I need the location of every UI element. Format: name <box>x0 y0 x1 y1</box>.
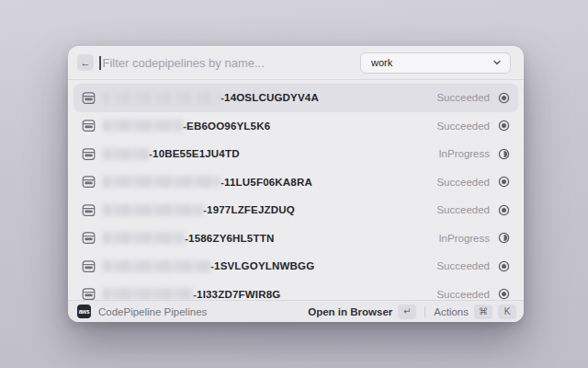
redacted-pipeline-name <box>103 120 183 132</box>
status-label: Succeeded <box>436 177 490 188</box>
redacted-pipeline-name <box>103 204 203 216</box>
succeeded-status-icon <box>498 92 510 104</box>
pipeline-name-suffix: -14OSLCUGDYV4A <box>220 92 319 103</box>
status-label: Succeeded <box>436 204 490 215</box>
status-label: Succeeded <box>436 260 490 271</box>
search-header: ← Filter codepipelines by name... work <box>68 46 524 80</box>
succeeded-status-icon <box>498 260 510 272</box>
redacted-pipeline-name <box>103 288 193 300</box>
text-caret <box>99 56 101 70</box>
open-in-browser-action[interactable]: Open in Browser <box>308 306 392 317</box>
pipeline-icon <box>82 119 96 132</box>
pipeline-icon <box>82 91 96 105</box>
k-key-icon[interactable]: K <box>498 305 516 319</box>
redacted-pipeline-name <box>103 176 220 188</box>
redacted-pipeline-name <box>103 260 210 272</box>
status-label: Succeeded <box>436 121 490 132</box>
redacted-pipeline-name <box>103 92 220 104</box>
pipeline-name-suffix: -1I33ZD7FWIR8G <box>193 289 280 300</box>
pipeline-icon <box>82 147 96 161</box>
pipeline-icon <box>82 287 96 300</box>
back-button[interactable]: ← <box>77 54 94 71</box>
status-label: Succeeded <box>436 92 490 103</box>
pipeline-row[interactable]: -14OSLCUGDYV4A Succeeded <box>74 84 518 112</box>
back-arrow-icon: ← <box>81 54 91 71</box>
footer-divider <box>424 306 425 317</box>
redacted-pipeline-name <box>103 148 149 160</box>
pipeline-row[interactable]: -10BE55E1JU4TD InProgress <box>74 140 518 168</box>
pipeline-row[interactable]: -EB6OO96YL5K6 Succeeded <box>74 112 518 141</box>
pipeline-name-suffix: -1977LZFEJZDUQ <box>203 204 295 215</box>
actions-menu-button[interactable]: Actions <box>434 306 469 317</box>
pipeline-list: -14OSLCUGDYV4A Succeeded -EB6OO96YL5K6 S… <box>68 80 524 300</box>
pipeline-name-suffix: -11LU5F06KA8RA <box>220 177 312 188</box>
pipeline-icon <box>82 259 96 273</box>
pipeline-icon <box>82 175 96 189</box>
pipeline-name-suffix: -1586ZY6HL5TTN <box>185 233 274 244</box>
dropdown-selected-value: work <box>371 57 492 68</box>
pipeline-icon <box>82 231 96 245</box>
pipeline-icon <box>82 203 96 217</box>
redacted-pipeline-name <box>103 232 185 244</box>
enter-key-icon[interactable]: ↵ <box>398 305 416 319</box>
profile-dropdown[interactable]: work <box>360 52 511 74</box>
aws-logo-icon: aws <box>77 305 91 318</box>
search-input[interactable]: Filter codepipelines by name... <box>103 56 361 70</box>
inprogress-status-icon <box>498 148 510 160</box>
status-label: InProgress <box>438 148 490 159</box>
succeeded-status-icon <box>498 288 510 300</box>
succeeded-status-icon <box>498 120 510 132</box>
pipeline-name-suffix: -EB6OO96YL5K6 <box>183 121 270 132</box>
command-palette-window: ← Filter codepipelines by name... work -… <box>68 46 524 322</box>
pipeline-row[interactable]: -1977LZFEJZDUQ Succeeded <box>74 196 518 224</box>
pipeline-row[interactable]: -1I33ZD7FWIR8G Succeeded <box>74 281 518 301</box>
succeeded-status-icon <box>498 176 510 188</box>
extension-name: CodePipeline Pipelines <box>98 306 308 317</box>
status-label: Succeeded <box>436 289 490 300</box>
status-label: InProgress <box>438 233 490 244</box>
pipeline-row[interactable]: -11LU5F06KA8RA Succeeded <box>74 168 518 197</box>
chevron-down-icon <box>492 58 502 67</box>
inprogress-status-icon <box>498 232 510 244</box>
pipeline-name-suffix: -1SVLGOYLNWBGG <box>210 260 314 271</box>
pipeline-name-suffix: -10BE55E1JU4TD <box>149 148 240 159</box>
succeeded-status-icon <box>498 204 510 216</box>
pipeline-row[interactable]: -1SVLGOYLNWBGG Succeeded <box>74 252 518 281</box>
pipeline-row[interactable]: -1586ZY6HL5TTN InProgress <box>74 224 518 253</box>
footer-bar: aws CodePipeline Pipelines Open in Brows… <box>68 300 524 322</box>
command-key-icon[interactable]: ⌘ <box>474 305 492 319</box>
